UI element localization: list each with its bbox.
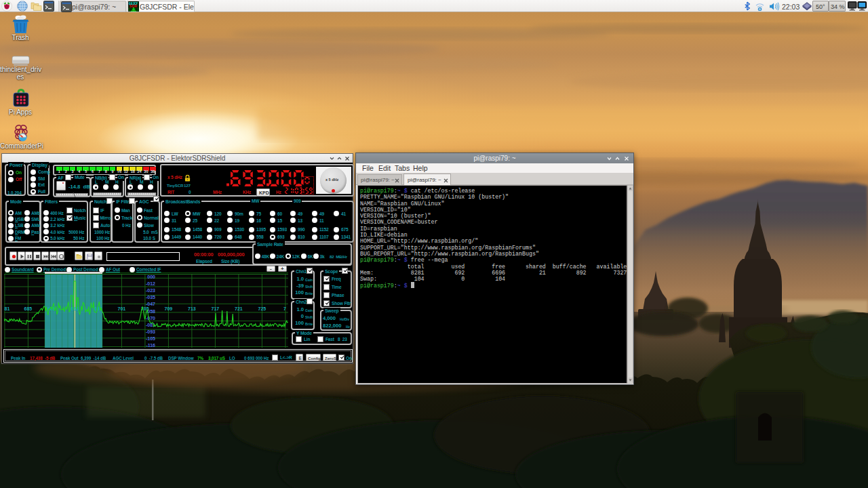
svg-text:-093: -093 [146,329,155,334]
svg-text:701: 701 [118,306,126,311]
svg-text:-035: -035 [146,295,155,300]
svg-text:693: 693 [71,306,79,311]
svg-text:-116: -116 [146,343,155,348]
svg-text:81: 81 [5,306,10,311]
svg-text:7: 7 [283,306,286,311]
svg-text:-070: -070 [146,316,155,321]
svg-text:-047: -047 [146,302,155,306]
svg-text:-105: -105 [146,336,155,341]
svg-text:685: 685 [24,306,33,311]
svg-text:721: 721 [235,306,243,311]
svg-text:717: 717 [212,306,220,311]
svg-text:-023: -023 [146,288,155,293]
svg-text:725: 725 [258,306,267,311]
svg-text:713: 713 [188,306,196,311]
svg-text:-012: -012 [146,281,155,286]
svg-text:709: 709 [165,306,173,311]
svg-text:000: 000 [147,274,155,279]
